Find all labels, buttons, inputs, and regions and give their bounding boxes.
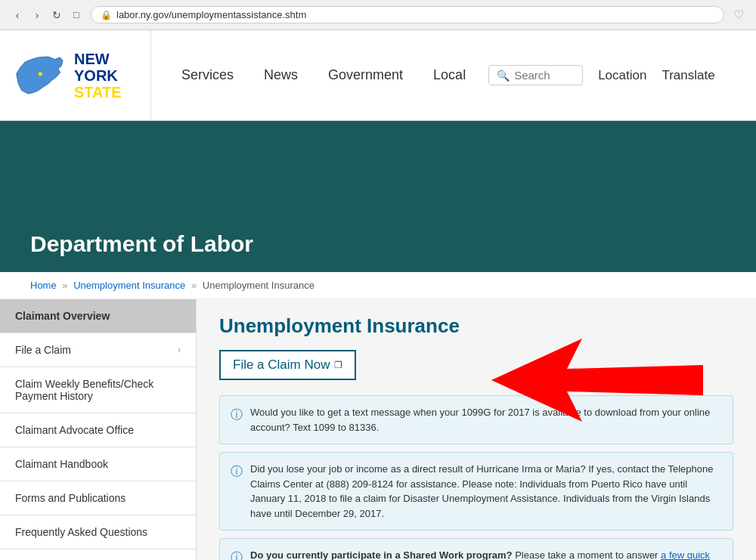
breadcrumb-sep-2: »	[191, 280, 197, 291]
breadcrumb: Home » Unemployment Insurance » Unemploy…	[0, 272, 756, 299]
browser-chrome: ‹ › ↻ □ 🔒 labor.ny.gov/unemploymentassis…	[0, 0, 756, 30]
info-box-3: ⓘ Do you currently participate in a Shar…	[219, 538, 733, 560]
info-text-1: Would you like to get a text message whe…	[250, 405, 722, 435]
york-label: YORK	[74, 67, 122, 84]
info-icon-1: ⓘ	[231, 406, 243, 435]
nav-location[interactable]: Location	[590, 68, 654, 83]
new-label: NEW	[74, 51, 122, 67]
nav-translate[interactable]: Translate	[654, 68, 722, 83]
search-box[interactable]: 🔍	[488, 65, 583, 85]
back-button[interactable]: ‹	[9, 7, 26, 23]
lock-icon: 🔒	[101, 10, 112, 20]
content-title: Unemployment Insurance	[219, 314, 733, 338]
ny-state-logo[interactable]: NEW YORK STATE	[15, 51, 122, 101]
sidebar-item-file-a-claim[interactable]: File a Claim ›	[0, 333, 196, 367]
grid-button[interactable]: □	[68, 7, 85, 23]
sidebar-item-contact[interactable]: Contact Us	[0, 549, 196, 560]
info-text-2: Did you lose your job or income as a dir…	[250, 462, 722, 521]
sidebar-label-claimant-overview: Claimant Overview	[15, 310, 110, 322]
info-box-1: ⓘ Would you like to get a text message w…	[219, 395, 733, 444]
breadcrumb-current: Unemployment Insurance	[203, 280, 314, 291]
content-area: Unemployment Insurance File a Claim Now …	[197, 299, 756, 560]
sidebar-item-forms[interactable]: Forms and Publications	[0, 481, 196, 515]
address-bar[interactable]: 🔒 labor.ny.gov/unemploymentassistance.sh…	[91, 6, 724, 23]
sidebar-item-handbook[interactable]: Claimant Handbook	[0, 447, 196, 481]
search-icon: 🔍	[497, 70, 510, 82]
external-link-icon: ❐	[334, 360, 342, 370]
sidebar-item-advocate[interactable]: Claimant Advocate Office	[0, 413, 196, 447]
nav-services[interactable]: Services	[166, 67, 249, 83]
logo-area: NEW YORK STATE	[15, 30, 151, 120]
main-content: Claimant Overview File a Claim › Claim W…	[0, 299, 756, 560]
sidebar: Claimant Overview File a Claim › Claim W…	[0, 299, 197, 560]
sidebar-label-claim-weekly: Claim Weekly Benefits/Check Payment Hist…	[15, 378, 181, 402]
chevron-right-icon: ›	[178, 345, 181, 355]
hero-title: Department of Labor	[30, 231, 253, 257]
sidebar-label-file-a-claim: File a Claim	[15, 344, 71, 356]
breadcrumb-sep-1: »	[62, 280, 67, 291]
breadcrumb-ui-link[interactable]: Unemployment Insurance	[73, 280, 185, 291]
file-claim-label: File a Claim Now	[233, 357, 330, 373]
search-input[interactable]	[514, 69, 575, 82]
info-normal-1: Please take a moment to answer	[515, 549, 661, 560]
forward-button[interactable]: ›	[29, 7, 45, 23]
site-header: NEW YORK STATE Services News Government …	[0, 30, 756, 121]
nav-local[interactable]: Local	[418, 67, 481, 83]
sidebar-item-claim-weekly[interactable]: Claim Weekly Benefits/Check Payment Hist…	[0, 367, 196, 413]
ny-text: NEW YORK STATE	[74, 51, 122, 101]
breadcrumb-home[interactable]: Home	[30, 280, 57, 291]
file-claim-button[interactable]: File a Claim Now ❐	[219, 350, 356, 380]
svg-point-0	[39, 72, 42, 76]
sidebar-item-claimant-overview[interactable]: Claimant Overview	[0, 299, 196, 333]
nav-government[interactable]: Government	[313, 67, 418, 83]
sidebar-label-handbook: Claimant Handbook	[15, 458, 108, 470]
info-icon-3: ⓘ	[231, 549, 243, 560]
favorite-button[interactable]: ♡	[730, 7, 747, 23]
info-icon-2: ⓘ	[231, 463, 243, 521]
sidebar-label-advocate: Claimant Advocate Office	[15, 424, 134, 436]
sidebar-label-faq: Frequently Asked Questions	[15, 526, 147, 538]
info-text-3: Do you currently participate in a Shared…	[250, 548, 722, 560]
browser-nav-buttons: ‹ › ↻ □	[9, 7, 85, 23]
info-box-2: ⓘ Did you lose your job or income as a d…	[219, 452, 733, 531]
ny-map-icon	[15, 53, 68, 98]
nav-news[interactable]: News	[249, 67, 313, 83]
refresh-button[interactable]: ↻	[48, 7, 65, 23]
state-label: STATE	[74, 84, 122, 101]
sidebar-item-faq[interactable]: Frequently Asked Questions	[0, 515, 196, 549]
sidebar-label-forms: Forms and Publications	[15, 492, 125, 504]
hero-banner: Department of Labor	[0, 121, 756, 272]
nav-area: Services News Government Local 🔍 Locatio…	[151, 65, 741, 85]
url-text: labor.ny.gov/unemploymentassistance.shtm	[116, 9, 714, 20]
info-bold-1: Do you currently participate in a Shared…	[250, 549, 513, 560]
